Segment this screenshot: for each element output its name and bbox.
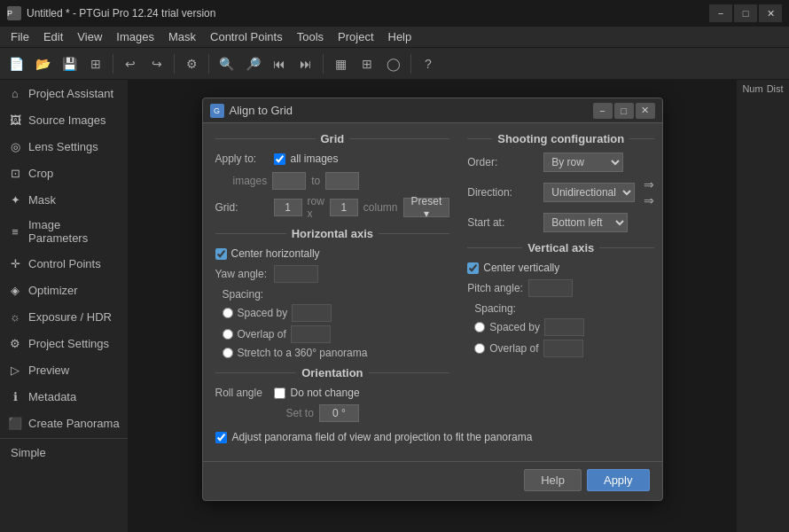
toolbar-grid[interactable]: ▦ <box>328 51 353 76</box>
overlap-of-label: Overlap of <box>238 328 286 340</box>
menu-file[interactable]: File <box>4 28 36 45</box>
images-label: images <box>233 175 268 187</box>
toolbar-circle[interactable]: ◯ <box>381 51 406 76</box>
sidebar-item-control-points[interactable]: ✛ Control Points <box>0 250 128 277</box>
sidebar-divider <box>0 438 128 439</box>
menu-view[interactable]: View <box>70 28 109 45</box>
toolbar-redo[interactable]: ↪ <box>145 51 169 76</box>
dialog-titlebar: G Align to Grid − □ ✕ <box>203 98 662 123</box>
toolbar-next[interactable]: ⏭ <box>293 51 318 76</box>
menu-edit[interactable]: Edit <box>36 28 70 45</box>
sidebar-item-crop[interactable]: ⊡ Crop <box>0 160 128 186</box>
close-button[interactable]: ✕ <box>759 4 782 22</box>
center-h-label: Center horizontally <box>231 247 320 260</box>
dialog-title: Align to Grid <box>230 104 593 117</box>
set-to-row: Set to <box>286 404 450 422</box>
sidebar-item-image-parameters[interactable]: ≡ Image Parameters <box>0 213 128 250</box>
v-overlap-of-input[interactable] <box>543 340 583 357</box>
dialog-minimize-button[interactable]: − <box>593 103 613 119</box>
toolbar-zoom-out[interactable]: 🔎 <box>240 51 265 76</box>
sidebar-label-exposure-hdr: Exposure / HDR <box>28 310 112 324</box>
minimize-button[interactable]: − <box>709 4 732 22</box>
v-overlap-of-radio[interactable] <box>474 343 485 354</box>
yaw-angle-row: Yaw angle: <box>215 265 450 283</box>
sidebar-item-project-settings[interactable]: ⚙ Project Settings <box>0 330 128 356</box>
shooting-line-right <box>629 138 654 139</box>
order-row: Order: By row By column <box>467 153 654 172</box>
menu-tools[interactable]: Tools <box>290 28 331 45</box>
toolbar-help[interactable]: ? <box>416 51 441 76</box>
grid-col-input[interactable] <box>330 199 358 216</box>
all-images-checkbox[interactable] <box>274 153 285 165</box>
dialog-maximize-button[interactable]: □ <box>614 103 634 119</box>
maximize-button[interactable]: □ <box>734 4 757 22</box>
set-to-label: Set to <box>286 407 314 419</box>
yaw-angle-input[interactable] <box>274 265 318 283</box>
toolbar-undo[interactable]: ↩ <box>118 51 143 76</box>
orientation-section-title: Orientation <box>301 366 363 379</box>
toolbar-new[interactable]: 📄 <box>4 51 28 76</box>
sidebar-item-source-images[interactable]: 🖼 Source Images <box>0 106 128 133</box>
direction-select[interactable]: Unidirectional Bidirectional <box>543 183 635 202</box>
right-panel-header: Num Dist <box>742 83 783 94</box>
dialog-columns: Grid Apply to: all images <box>215 132 650 427</box>
start-at-select[interactable]: Top left Top right Bottom left Bottom ri… <box>543 213 628 232</box>
apply-button[interactable]: Apply <box>587 469 650 491</box>
toolbar-prev[interactable]: ⏮ <box>267 51 292 76</box>
v-spaced-by-input[interactable] <box>544 318 584 336</box>
toolbar-zoom-in[interactable]: 🔍 <box>214 51 238 76</box>
sidebar-item-simple[interactable]: Simple <box>0 441 128 465</box>
images-range-row: images to <box>233 172 450 190</box>
orientation-line-right <box>369 372 450 373</box>
sidebar-item-optimizer[interactable]: ◈ Optimizer <box>0 277 128 303</box>
menu-project[interactable]: Project <box>331 28 380 45</box>
preset-button[interactable]: Preset ▾ <box>403 198 450 217</box>
menu-mask[interactable]: Mask <box>161 28 203 45</box>
do-not-change-checkbox[interactable] <box>274 387 285 399</box>
images-from-input[interactable] <box>272 172 306 190</box>
sidebar-label-image-parameters: Image Parameters <box>28 218 121 245</box>
sidebar-item-project-assistant[interactable]: ⌂ Project Assistant <box>0 80 128 106</box>
stretch-radio[interactable] <box>223 348 233 358</box>
toolbar-table[interactable]: ⊞ <box>355 51 379 76</box>
exposure-hdr-icon: ☼ <box>7 309 23 325</box>
mask-icon: ✦ <box>7 192 23 207</box>
sidebar-item-exposure-hdr[interactable]: ☼ Exposure / HDR <box>0 303 128 330</box>
adjust-panorama-checkbox[interactable] <box>215 432 227 443</box>
grid-row-input[interactable] <box>274 199 302 216</box>
center-h-checkbox[interactable] <box>215 248 227 260</box>
sidebar-item-metadata[interactable]: ℹ Metadata <box>0 383 128 410</box>
overlap-of-input[interactable] <box>291 325 331 343</box>
v-spaced-by-radio[interactable] <box>474 322 485 332</box>
toolbar-btn4[interactable]: ⊞ <box>83 51 108 76</box>
toolbar-open[interactable]: 📂 <box>30 51 55 76</box>
center-v-checkbox[interactable] <box>467 262 479 274</box>
grid-label: Grid: <box>215 201 269 214</box>
center-h-row: Center horizontally <box>215 247 450 260</box>
preview-icon: ▷ <box>7 362 23 378</box>
sidebar-item-mask[interactable]: ✦ Mask <box>0 186 128 213</box>
sidebar-label-project-assistant: Project Assistant <box>28 87 113 100</box>
order-select[interactable]: By row By column <box>543 153 623 172</box>
toolbar-settings[interactable]: ⚙ <box>179 51 204 76</box>
sidebar-item-create-panorama[interactable]: ⬛ Create Panorama <box>0 410 128 436</box>
pitch-angle-input[interactable] <box>528 279 573 297</box>
spaced-by-radio[interactable] <box>223 308 233 318</box>
shooting-section-title: Shooting configuration <box>497 132 624 145</box>
dialog-close-button[interactable]: ✕ <box>636 103 655 119</box>
menu-control-points[interactable]: Control Points <box>203 28 290 45</box>
menu-images[interactable]: Images <box>109 28 161 45</box>
overlap-of-radio[interactable] <box>223 329 233 340</box>
toolbar-save[interactable]: 💾 <box>57 51 82 76</box>
help-button[interactable]: Help <box>524 469 582 491</box>
sidebar-item-lens-settings[interactable]: ◎ Lens Settings <box>0 133 128 160</box>
sidebar-item-preview[interactable]: ▷ Preview <box>0 356 128 383</box>
direction-label: Direction: <box>467 186 538 199</box>
spaced-by-input[interactable] <box>292 304 332 322</box>
images-to-input[interactable] <box>325 172 359 190</box>
v-spacing-label: Spacing: <box>474 302 520 315</box>
set-to-input[interactable] <box>319 404 359 422</box>
overlap-of-row: Overlap of <box>223 325 450 343</box>
toolbar-sep2 <box>174 54 175 74</box>
menu-help[interactable]: Help <box>381 28 419 45</box>
